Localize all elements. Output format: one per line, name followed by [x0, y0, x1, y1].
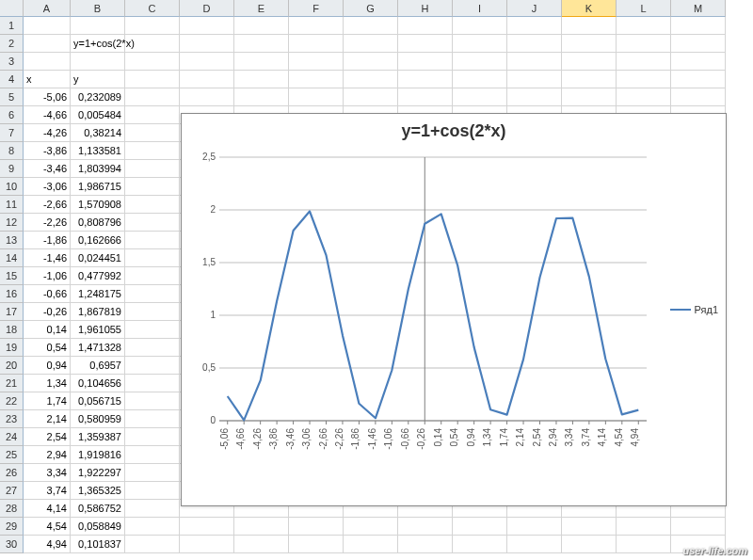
cell-A5[interactable]: -5,06	[24, 88, 71, 106]
cell-A20[interactable]: 0,94	[24, 357, 71, 375]
cell-D1[interactable]	[180, 17, 234, 35]
cell-C7[interactable]	[125, 124, 180, 142]
cell-A9[interactable]: -3,46	[24, 160, 71, 178]
cell-I29[interactable]	[453, 518, 507, 536]
cell-H5[interactable]	[398, 88, 453, 106]
cell-B20[interactable]: 0,6957	[71, 357, 125, 375]
cell-J29[interactable]	[507, 518, 562, 536]
row-header-15[interactable]: 15	[0, 267, 24, 285]
cell-B27[interactable]: 1,365325	[71, 482, 125, 500]
cell-A18[interactable]: 0,14	[24, 321, 71, 339]
cell-B18[interactable]: 1,961055	[71, 321, 125, 339]
cell-D5[interactable]	[180, 88, 234, 106]
cell-G3[interactable]	[344, 53, 398, 71]
cell-F2[interactable]	[289, 35, 344, 53]
cell-H29[interactable]	[398, 518, 453, 536]
cell-B10[interactable]: 1,986715	[71, 178, 125, 196]
row-header-13[interactable]: 13	[0, 232, 24, 249]
cell-M4[interactable]	[671, 71, 726, 88]
column-header-J[interactable]: J	[507, 0, 562, 17]
cell-C17[interactable]	[125, 303, 180, 321]
cell-E1[interactable]	[234, 17, 289, 35]
row-header-2[interactable]: 2	[0, 35, 24, 53]
row-header-22[interactable]: 22	[0, 392, 24, 410]
cell-F29[interactable]	[289, 518, 344, 536]
cell-C28[interactable]	[125, 500, 180, 518]
cell-B7[interactable]: 0,38214	[71, 124, 125, 142]
cell-A25[interactable]: 2,94	[24, 446, 71, 464]
cell-C6[interactable]	[125, 106, 180, 124]
cell-H1[interactable]	[398, 17, 453, 35]
cell-M2[interactable]	[671, 35, 726, 53]
row-header-3[interactable]: 3	[0, 53, 24, 71]
cell-B21[interactable]: 0,104656	[71, 375, 125, 392]
column-header-A[interactable]: A	[24, 0, 71, 17]
cell-C14[interactable]	[125, 249, 180, 267]
cell-A10[interactable]: -3,06	[24, 178, 71, 196]
cell-A30[interactable]: 4,94	[24, 536, 71, 553]
cell-B16[interactable]: 1,248175	[71, 285, 125, 303]
cell-B2[interactable]: y=1+cos(2*x)	[71, 35, 125, 53]
cell-K1[interactable]	[562, 17, 617, 35]
cell-B6[interactable]: 0,005484	[71, 106, 125, 124]
cell-A8[interactable]: -3,86	[24, 142, 71, 160]
cell-L30[interactable]	[617, 536, 671, 553]
chart-legend[interactable]: Ряд1	[670, 304, 718, 315]
cell-M5[interactable]	[671, 88, 726, 106]
cell-B29[interactable]: 0,058849	[71, 518, 125, 536]
cell-C19[interactable]	[125, 339, 180, 357]
column-header-K[interactable]: K	[562, 0, 617, 17]
cell-F1[interactable]	[289, 17, 344, 35]
cell-K2[interactable]	[562, 35, 617, 53]
column-header-F[interactable]: F	[289, 0, 344, 17]
row-header-12[interactable]: 12	[0, 214, 24, 232]
cell-A14[interactable]: -1,46	[24, 249, 71, 267]
cell-A15[interactable]: -1,06	[24, 267, 71, 285]
cell-F5[interactable]	[289, 88, 344, 106]
cell-B12[interactable]: 0,808796	[71, 214, 125, 232]
cell-A29[interactable]: 4,54	[24, 518, 71, 536]
cell-B5[interactable]: 0,232089	[71, 88, 125, 106]
cell-B1[interactable]	[71, 17, 125, 35]
cell-C25[interactable]	[125, 446, 180, 464]
cell-G29[interactable]	[344, 518, 398, 536]
cell-I1[interactable]	[453, 17, 507, 35]
row-header-25[interactable]: 25	[0, 446, 24, 464]
cell-L4[interactable]	[617, 71, 671, 88]
column-header-B[interactable]: B	[71, 0, 125, 17]
row-header-17[interactable]: 17	[0, 303, 24, 321]
column-header-M[interactable]: M	[671, 0, 726, 17]
cell-A17[interactable]: -0,26	[24, 303, 71, 321]
cell-A24[interactable]: 2,54	[24, 428, 71, 446]
cell-C4[interactable]	[125, 71, 180, 88]
cell-L2[interactable]	[617, 35, 671, 53]
row-header-11[interactable]: 11	[0, 196, 24, 214]
row-header-1[interactable]: 1	[0, 17, 24, 35]
cell-J2[interactable]	[507, 35, 562, 53]
cell-J30[interactable]	[507, 536, 562, 553]
cell-C13[interactable]	[125, 232, 180, 249]
cell-K5[interactable]	[562, 88, 617, 106]
cell-C5[interactable]	[125, 88, 180, 106]
cell-A26[interactable]: 3,34	[24, 464, 71, 482]
cell-C16[interactable]	[125, 285, 180, 303]
row-header-8[interactable]: 8	[0, 142, 24, 160]
cell-M1[interactable]	[671, 17, 726, 35]
cell-C18[interactable]	[125, 321, 180, 339]
cell-A4[interactable]: x	[24, 71, 71, 88]
cell-H4[interactable]	[398, 71, 453, 88]
cell-D4[interactable]	[180, 71, 234, 88]
row-header-20[interactable]: 20	[0, 357, 24, 375]
cell-A1[interactable]	[24, 17, 71, 35]
row-header-30[interactable]: 30	[0, 536, 24, 553]
row-header-9[interactable]: 9	[0, 160, 24, 178]
row-header-19[interactable]: 19	[0, 339, 24, 357]
cell-I4[interactable]	[453, 71, 507, 88]
cell-G2[interactable]	[344, 35, 398, 53]
cell-B25[interactable]: 1,919816	[71, 446, 125, 464]
cell-M29[interactable]	[671, 518, 726, 536]
cell-A22[interactable]: 1,74	[24, 392, 71, 410]
cell-E3[interactable]	[234, 53, 289, 71]
cell-C21[interactable]	[125, 375, 180, 392]
cell-G4[interactable]	[344, 71, 398, 88]
